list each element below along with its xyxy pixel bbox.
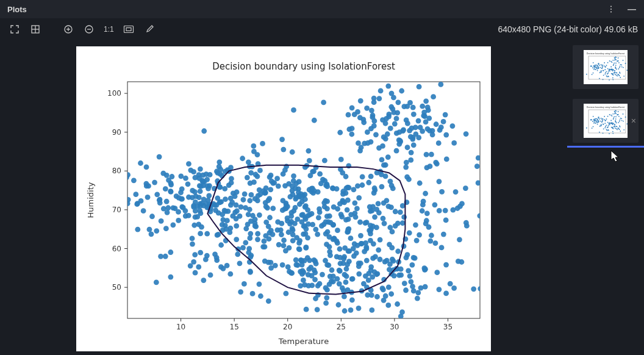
svg-point-1222	[623, 129, 624, 131]
color-picker-icon[interactable]	[143, 23, 156, 35]
svg-point-67	[414, 238, 420, 243]
svg-point-399	[343, 190, 349, 196]
svg-point-408	[331, 222, 336, 228]
svg-point-936	[358, 233, 363, 238]
close-icon[interactable]: ×	[631, 116, 636, 126]
svg-point-590	[369, 108, 374, 113]
fit-screen-icon[interactable]	[123, 23, 135, 35]
svg-point-1090	[606, 76, 607, 77]
svg-point-133	[393, 209, 398, 214]
svg-text:80: 80	[112, 167, 121, 175]
svg-point-199	[193, 270, 198, 276]
svg-point-276	[263, 220, 269, 225]
zoom-ratio[interactable]: 1:1	[104, 25, 114, 34]
svg-point-1097	[626, 123, 628, 124]
svg-point-564	[405, 145, 410, 150]
svg-point-364	[157, 154, 162, 160]
svg-point-374	[388, 179, 393, 184]
svg-point-998	[625, 63, 626, 64]
svg-point-1243	[615, 126, 617, 127]
plot-viewport[interactable]: 1015202530355060708090100 Decision bound…	[0, 40, 567, 355]
svg-point-1197	[618, 114, 619, 115]
svg-point-893	[348, 307, 354, 313]
svg-point-913	[320, 272, 325, 278]
svg-point-766	[224, 218, 230, 223]
svg-point-856	[312, 277, 318, 282]
svg-point-881	[344, 266, 349, 271]
svg-point-1158	[597, 124, 598, 125]
svg-point-1127	[607, 122, 609, 123]
svg-point-211	[346, 163, 351, 169]
svg-point-997	[613, 70, 614, 71]
svg-point-900	[350, 276, 356, 282]
svg-point-765	[204, 171, 209, 177]
svg-point-603	[385, 154, 391, 160]
svg-point-775	[134, 201, 140, 207]
svg-point-674	[359, 145, 364, 150]
svg-point-877	[373, 254, 378, 259]
svg-point-1232	[612, 133, 614, 134]
svg-point-158	[337, 246, 343, 252]
grid-icon[interactable]	[29, 23, 41, 35]
svg-point-1040	[613, 63, 614, 65]
zoom-in-icon[interactable]	[62, 23, 74, 35]
svg-point-265	[376, 247, 381, 253]
svg-point-901	[383, 293, 388, 299]
svg-point-648	[409, 150, 414, 156]
plot-thumbnail[interactable]: Decision boundary using IsolationForest …	[573, 99, 639, 143]
svg-point-1063	[590, 66, 592, 67]
minimize-icon[interactable]	[627, 4, 637, 14]
svg-point-764	[191, 169, 196, 174]
svg-point-1107	[619, 121, 620, 122]
svg-point-758	[126, 197, 131, 203]
plot-thumbnail[interactable]: Decision boundary using IsolationForest	[573, 45, 639, 89]
zoom-out-icon[interactable]	[83, 23, 95, 35]
svg-point-403	[284, 206, 289, 211]
svg-point-368	[135, 227, 140, 232]
svg-point-1174	[610, 120, 612, 121]
svg-point-798	[216, 210, 221, 216]
svg-point-553	[290, 232, 296, 237]
svg-point-485	[242, 281, 247, 287]
svg-point-120	[204, 231, 210, 237]
svg-point-883	[374, 271, 380, 277]
svg-point-481	[415, 290, 421, 295]
svg-point-429	[443, 218, 449, 223]
svg-point-1132	[616, 122, 617, 123]
svg-point-515	[379, 172, 384, 178]
svg-point-1180	[623, 121, 624, 122]
svg-point-688	[216, 159, 222, 165]
svg-point-326	[354, 206, 360, 211]
svg-point-792	[206, 193, 212, 199]
svg-point-1168	[605, 120, 606, 121]
svg-point-719	[163, 226, 169, 231]
svg-point-1099	[602, 120, 603, 121]
svg-point-931	[405, 252, 410, 257]
svg-point-506	[370, 224, 376, 229]
svg-point-1	[610, 9, 612, 10]
svg-point-70	[404, 160, 409, 165]
svg-point-847	[443, 291, 449, 296]
svg-text:Humidity: Humidity	[86, 182, 95, 218]
svg-point-502	[463, 185, 468, 191]
svg-point-1202	[601, 118, 602, 119]
svg-point-964	[621, 66, 623, 68]
svg-text:50: 50	[112, 283, 121, 292]
svg-point-679	[410, 105, 416, 110]
svg-point-772	[195, 214, 200, 220]
svg-point-80	[323, 301, 329, 306]
svg-point-768	[178, 190, 184, 195]
svg-point-354	[346, 185, 352, 190]
svg-point-562	[388, 126, 393, 131]
svg-point-476	[141, 208, 146, 213]
svg-point-248	[268, 187, 273, 192]
fullscreen-icon[interactable]	[9, 23, 21, 35]
svg-point-776	[228, 203, 234, 208]
svg-point-672	[395, 110, 400, 115]
svg-point-919	[387, 267, 392, 272]
svg-point-123	[251, 143, 256, 149]
more-icon[interactable]	[606, 4, 616, 14]
svg-point-635	[404, 104, 410, 109]
svg-point-521	[300, 212, 306, 218]
svg-point-889	[415, 296, 420, 301]
